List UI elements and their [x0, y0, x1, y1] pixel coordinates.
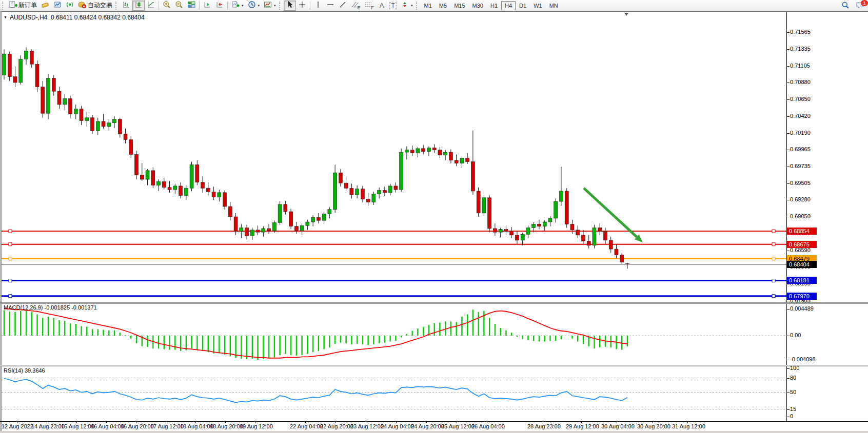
line-handle[interactable] [772, 257, 775, 260]
text-tool-button[interactable]: A [376, 1, 387, 11]
price-axis-label[interactable]: 0.70880 [790, 79, 811, 85]
timeframe-w1-button[interactable]: W1 [530, 1, 546, 10]
macd-axis-label[interactable]: 0.00 [790, 332, 801, 338]
periods-button[interactable]: ▾ [246, 1, 262, 11]
timeframe-d1-button[interactable]: D1 [516, 1, 530, 10]
bars-chart-button[interactable] [120, 1, 132, 11]
time-axis-label[interactable]: 28 Aug 23:00 [527, 423, 561, 429]
indicators-button[interactable]: ▾ [229, 1, 246, 11]
timeframe-h4-button[interactable]: H4 [501, 1, 516, 10]
trendline-tool-button[interactable] [337, 1, 349, 11]
timeframe-m15-button[interactable]: M15 [450, 1, 468, 10]
rsi-axis-label[interactable]: 80 [790, 375, 796, 381]
rsi-axis-label[interactable]: 0 [790, 413, 793, 419]
time-axis-label[interactable]: 18 Aug 04:00 [180, 423, 213, 429]
price-axis-label[interactable]: 0.69505 [790, 180, 811, 186]
horizontal-line-tool-button[interactable] [324, 1, 337, 11]
line-handle[interactable] [772, 279, 775, 282]
crosshair-button[interactable] [296, 1, 308, 11]
price-axis-label[interactable]: 0.71335 [790, 46, 811, 52]
rsi-panel[interactable] [2, 366, 786, 421]
rsi-axis-label[interactable]: 15 [790, 406, 796, 412]
price-axis-label[interactable]: 0.69050 [790, 213, 811, 219]
time-axis-label[interactable]: 17 Aug 12:00 [150, 423, 184, 429]
chart-shift-button[interactable] [201, 1, 213, 11]
toolbar-grip[interactable] [279, 2, 282, 10]
cursor-button[interactable] [284, 1, 296, 11]
line-handle[interactable] [9, 243, 12, 246]
templates-button[interactable]: ▾ [262, 1, 278, 11]
time-axis-label[interactable]: 15 Aug 12:00 [61, 423, 94, 429]
timeframe-m1-button[interactable]: M1 [421, 1, 436, 10]
line-handle[interactable] [772, 243, 775, 246]
new-order-button[interactable]: 新订单 [7, 1, 39, 11]
price-axis-label[interactable]: 0.69965 [790, 146, 811, 152]
time-axis-label[interactable]: 22 Aug 04:00 [290, 423, 323, 429]
timeframe-m30-button[interactable]: M30 [469, 1, 487, 10]
chart-shift-marker-icon[interactable] [624, 13, 628, 16]
zoom-out-button[interactable] [173, 1, 185, 11]
macd-panel[interactable] [2, 304, 786, 365]
zoom-in-button[interactable] [161, 1, 173, 11]
tile-windows-button[interactable] [185, 1, 198, 11]
line-handle[interactable] [9, 230, 12, 233]
candlestick-chart-button[interactable] [132, 1, 145, 11]
time-axis-label[interactable]: 31 Aug 12:00 [672, 423, 705, 429]
vertical-line-tool-button[interactable] [312, 1, 324, 11]
panel-splitter[interactable] [0, 365, 868, 366]
price-axis-label[interactable]: 0.71565 [790, 29, 811, 35]
time-axis-label[interactable]: 19 Aug 12:00 [240, 423, 273, 429]
line-handle[interactable] [772, 230, 775, 233]
time-axis-label[interactable]: 16 Aug 04:00 [91, 423, 124, 429]
time-axis-label[interactable]: 29 Aug 12:00 [566, 423, 599, 429]
panel-splitter[interactable] [0, 302, 868, 304]
arrows-tool-button[interactable]: ▾ [399, 1, 415, 11]
macd-axis-label[interactable]: -0.004098 [790, 356, 816, 362]
time-axis-label[interactable]: 18 Aug 20:00 [210, 423, 243, 429]
time-axis-label[interactable]: 26 Aug 04:00 [471, 423, 505, 429]
time-axis-label[interactable]: 14 Aug 23:00 [31, 423, 65, 429]
time-axis-label[interactable]: 23 Aug 12:00 [350, 423, 384, 429]
price-axis-label[interactable]: 0.70650 [790, 96, 811, 102]
rsi-axis-label[interactable]: 50 [790, 389, 796, 395]
price-axis-label[interactable]: 0.71105 [790, 63, 810, 69]
search-button[interactable] [839, 1, 852, 11]
templates-dropdown-caret[interactable]: ▾ [274, 4, 276, 8]
periods-dropdown-caret[interactable]: ▾ [258, 4, 260, 8]
line-chart-button[interactable] [145, 1, 157, 11]
timeframe-m5-button[interactable]: M5 [436, 1, 450, 10]
price-chart-panel[interactable] [2, 12, 786, 302]
toolbar-grip[interactable] [2, 2, 5, 10]
time-axis-label[interactable]: 16 Aug 20:00 [121, 423, 154, 429]
price-axis-label[interactable]: 0.70190 [790, 130, 811, 136]
signal-button[interactable] [64, 1, 76, 11]
price-axis-label[interactable]: 0.69735 [790, 163, 811, 169]
toolbar-grip[interactable] [416, 2, 419, 10]
price-axis-label[interactable]: 0.70420 [790, 113, 811, 119]
notifications-button[interactable]: 1 [854, 1, 866, 11]
chart-title-marker-icon[interactable]: ▼ [4, 15, 7, 19]
line-handle[interactable] [9, 279, 12, 282]
time-axis-label[interactable]: 30 Aug 04:00 [601, 423, 635, 429]
time-axis-label[interactable]: 24 Aug 20:00 [411, 423, 444, 429]
rsi-axis-label[interactable]: 100 [790, 365, 799, 371]
indicators-dropdown-caret[interactable]: ▾ [242, 4, 244, 8]
timeframe-mn-button[interactable]: MN [546, 1, 562, 10]
market-watch-button[interactable] [39, 1, 51, 11]
channel-tool-button[interactable]: E [349, 1, 363, 11]
trend-arrow-annotation[interactable] [584, 188, 637, 237]
line-handle[interactable] [9, 295, 12, 298]
auto-scroll-button[interactable] [213, 1, 226, 11]
line-handle[interactable] [772, 295, 775, 298]
toolbar-grip[interactable] [115, 2, 118, 10]
timeframe-h1-button[interactable]: H1 [487, 1, 501, 10]
macd-axis-label[interactable]: 0.004489 [790, 305, 814, 312]
time-axis-label[interactable]: 22 Aug 20:00 [320, 423, 353, 429]
arrows-dropdown-caret[interactable]: ▾ [411, 4, 413, 8]
chart-window-button[interactable] [51, 1, 64, 11]
fibonacci-tool-button[interactable]: F [363, 1, 377, 11]
time-axis-label[interactable]: 12 Aug 2022 [2, 423, 33, 429]
price-axis-label[interactable]: 0.69280 [790, 196, 811, 202]
time-axis-label[interactable]: 24 Aug 04:00 [381, 423, 414, 429]
text-label-tool-button[interactable]: T [387, 1, 399, 11]
